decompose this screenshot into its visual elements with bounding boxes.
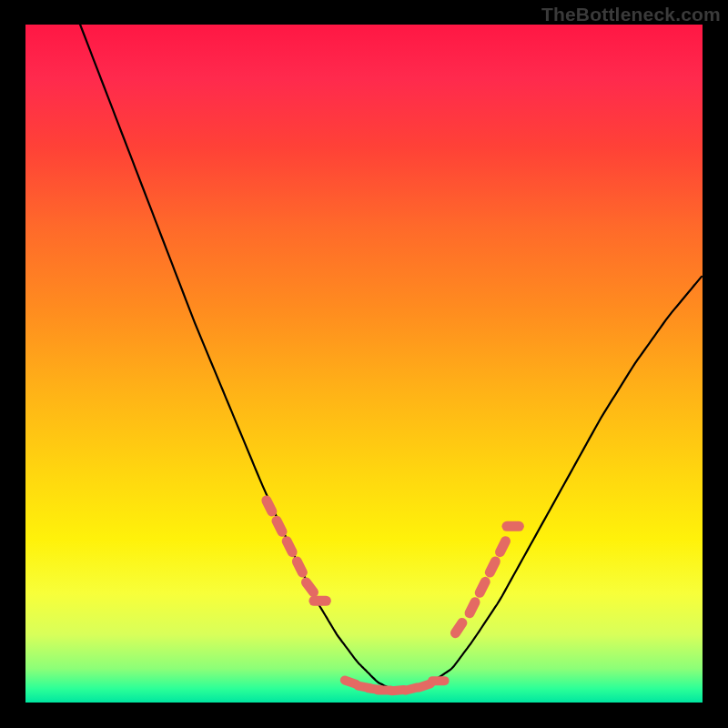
highlight-dot — [500, 541, 506, 552]
highlight-dot — [480, 581, 485, 592]
highlight-dot — [306, 582, 313, 592]
highlight-dots — [267, 500, 520, 691]
highlight-dot — [287, 541, 292, 552]
highlight-dot — [455, 622, 461, 632]
highlight-dot — [470, 602, 475, 613]
bottleneck-curve — [26, 0, 702, 689]
outer-frame: TheBottleneck.com — [0, 0, 728, 728]
highlight-dot — [420, 683, 431, 687]
highlight-dot — [490, 561, 495, 572]
highlight-dot — [297, 561, 302, 572]
plot-area — [25, 25, 703, 703]
watermark-text: TheBottleneck.com — [541, 4, 721, 25]
bottleneck-curve-svg — [25, 25, 703, 703]
highlight-dot — [277, 521, 282, 531]
highlight-dot — [267, 500, 272, 511]
